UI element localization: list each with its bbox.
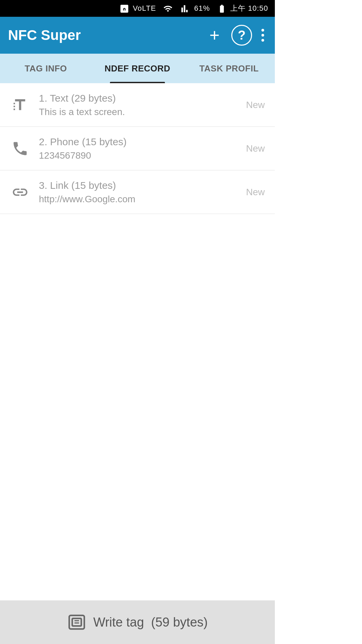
record-phone-value: 1234567890	[39, 150, 241, 161]
record-item-text[interactable]: 1. Text (29 bytes) This is a text screen…	[0, 83, 275, 127]
record-phone-title: 2. Phone (15 bytes)	[39, 136, 241, 148]
tab-ndef-record[interactable]: NDEF RECORD	[92, 54, 183, 83]
status-icons: VoLTE 61% 上午 10:50	[120, 3, 268, 13]
more-button[interactable]	[259, 26, 267, 44]
record-link-info: 3. Link (15 bytes) http://www.Google.com	[34, 180, 246, 205]
phone-icon	[7, 140, 34, 157]
record-text-info: 1. Text (29 bytes) This is a text screen…	[34, 93, 246, 117]
record-phone-badge: New	[246, 143, 268, 154]
write-tag-icon	[67, 612, 86, 632]
record-text-title: 1. Text (29 bytes)	[39, 93, 241, 104]
record-link-value: http://www.Google.com	[39, 194, 241, 205]
record-text-badge: New	[246, 100, 268, 110]
svg-rect-1	[72, 619, 81, 626]
add-button[interactable]: +	[204, 25, 225, 45]
tab-tag-info[interactable]: TAG INFO	[0, 54, 92, 83]
write-tag-button[interactable]: Write tag (59 bytes)	[0, 600, 275, 644]
status-bar: VoLTE 61% 上午 10:50	[0, 0, 275, 17]
text-icon	[7, 96, 34, 114]
app-bar: NFC Super + ?	[0, 17, 275, 54]
write-tag-label: Write tag (59 bytes)	[93, 615, 207, 630]
record-text-value: This is a text screen.	[39, 107, 241, 117]
tab-bar: TAG INFO NDEF RECORD TASK PROFIL	[0, 54, 275, 83]
link-icon	[7, 183, 34, 201]
help-button[interactable]: ?	[231, 25, 252, 46]
app-title: NFC Super	[8, 27, 198, 43]
empty-content	[0, 214, 275, 549]
tab-task-profile[interactable]: TASK PROFIL	[183, 54, 275, 83]
record-link-title: 3. Link (15 bytes)	[39, 180, 241, 191]
content-area: 1. Text (29 bytes) This is a text screen…	[0, 83, 275, 549]
record-item-phone[interactable]: 2. Phone (15 bytes) 1234567890 New	[0, 127, 275, 170]
record-phone-info: 2. Phone (15 bytes) 1234567890	[34, 136, 246, 161]
record-item-link[interactable]: 3. Link (15 bytes) http://www.Google.com…	[0, 170, 275, 214]
record-link-badge: New	[246, 187, 268, 198]
